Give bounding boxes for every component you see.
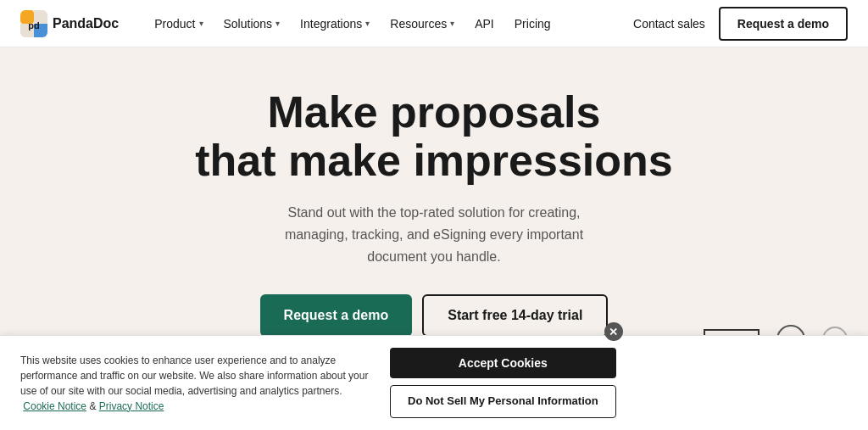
chevron-down-icon: ▾ [450, 19, 454, 28]
nav-integrations[interactable]: Integrations ▾ [292, 10, 378, 37]
hero-title: Make proposals that make impressions [195, 88, 673, 185]
nav-api[interactable]: API [466, 10, 503, 37]
chevron-down-icon: ▾ [199, 19, 203, 28]
nav-solutions[interactable]: Solutions ▾ [215, 10, 289, 37]
privacy-notice-link[interactable]: Privacy Notice [99, 400, 164, 412]
hero-subtitle: Stand out with the top-rated solution fo… [256, 202, 612, 267]
contact-sales-link[interactable]: Contact sales [633, 17, 705, 31]
logo[interactable]: pd PandaDoc [20, 10, 119, 37]
nav-links: Product ▾ Solutions ▾ Integrations ▾ Res… [146, 10, 633, 37]
chevron-down-icon: ▾ [275, 19, 280, 28]
chevron-down-icon: ▾ [365, 19, 370, 28]
nav-resources[interactable]: Resources ▾ [381, 10, 463, 37]
cookie-actions: ✕ Accept Cookies Do Not Sell My Personal… [390, 348, 616, 418]
logo-text: PandaDoc [53, 16, 119, 31]
cookie-text: This website uses cookies to enhance use… [20, 353, 376, 414]
cookie-banner: This website uses cookies to enhance use… [0, 335, 868, 430]
cookie-notice-link[interactable]: Cookie Notice [23, 400, 86, 412]
close-cookie-button[interactable]: ✕ [604, 322, 623, 341]
nav-pricing[interactable]: Pricing [506, 10, 559, 37]
navbar: pd PandaDoc Product ▾ Solutions ▾ Integr… [0, 0, 868, 47]
request-demo-nav-button[interactable]: Request a demo [719, 7, 848, 41]
hero-cta-buttons: Request a demo Start free 14-day trial [260, 294, 609, 337]
nav-product[interactable]: Product ▾ [146, 10, 211, 37]
do-not-sell-button[interactable]: Do Not Sell My Personal Information [390, 385, 616, 418]
request-demo-hero-button[interactable]: Request a demo [260, 294, 413, 337]
accept-cookies-button[interactable]: Accept Cookies [390, 348, 616, 378]
svg-text:pd: pd [28, 20, 39, 31]
start-trial-button[interactable]: Start free 14-day trial [422, 294, 608, 337]
nav-right: Contact sales Request a demo [633, 7, 848, 41]
